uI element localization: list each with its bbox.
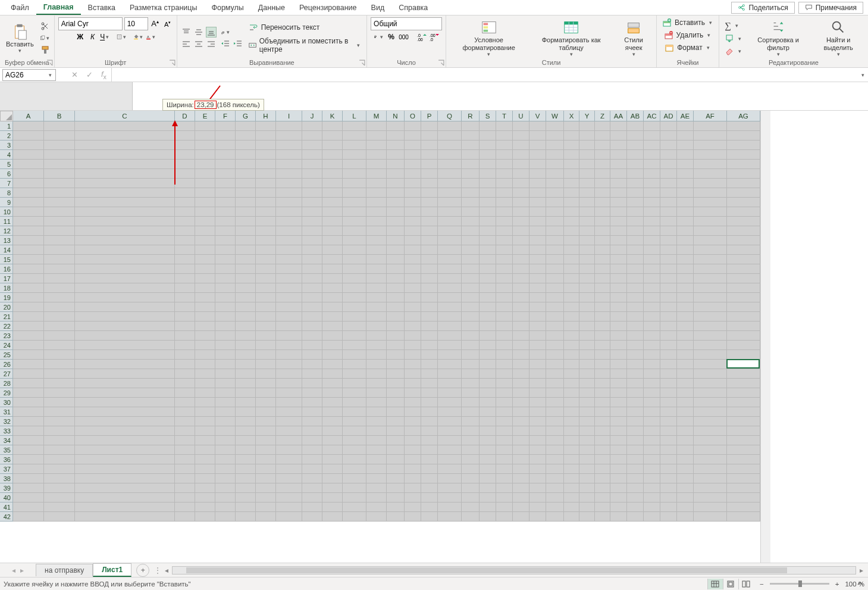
zoom-slider[interactable] [770, 583, 829, 585]
align-top-button[interactable] [181, 27, 192, 38]
active-cell[interactable] [726, 359, 760, 369]
row-header-36[interactable]: 36 [0, 455, 13, 464]
delete-cells-button[interactable]: Удалить▾ [662, 30, 714, 40]
increase-indent-button[interactable] [233, 39, 243, 49]
format-as-table-button[interactable]: Форматировать как таблицу▾ [531, 17, 611, 59]
row-header-38[interactable]: 38 [0, 474, 13, 483]
row-header-23[interactable]: 23 [0, 331, 13, 341]
row-header-9[interactable]: 9 [0, 198, 13, 207]
column-header-B[interactable]: B [44, 111, 75, 121]
horizontal-scrollbar[interactable] [172, 566, 856, 575]
row-header-37[interactable]: 37 [0, 464, 13, 474]
wrap-text-button[interactable]: Переносить текст [247, 22, 363, 33]
align-bottom-button[interactable] [206, 27, 217, 38]
row-header-25[interactable]: 25 [0, 350, 13, 360]
column-header-W[interactable]: W [546, 111, 564, 121]
decrease-font-button[interactable]: A▾ [162, 18, 173, 29]
share-button[interactable]: Поделиться [731, 2, 794, 14]
tab-review[interactable]: Рецензирование [292, 1, 364, 14]
fill-button[interactable]: ▾ [723, 33, 744, 44]
row-header-42[interactable]: 42 [0, 512, 13, 522]
formula-input[interactable] [112, 68, 858, 82]
column-header-M[interactable]: M [366, 111, 387, 121]
column-header-AB[interactable]: AB [627, 111, 644, 121]
column-header-T[interactable]: T [496, 111, 513, 121]
view-normal-button[interactable] [707, 579, 723, 589]
column-header-U[interactable]: U [513, 111, 529, 121]
vertical-scrollbar[interactable] [760, 111, 770, 563]
merge-center-button[interactable]: Объединить и поместить в центре▾ [247, 36, 363, 54]
conditional-formatting-button[interactable]: Условное форматирование▾ [450, 17, 528, 59]
row-header-40[interactable]: 40 [0, 493, 13, 502]
hscroll-left[interactable]: ◂ [165, 566, 168, 575]
name-box[interactable]: AG26 ▾ [2, 69, 56, 81]
expand-formula-bar-button[interactable]: ▾ [858, 72, 868, 78]
percent-format-button[interactable]: % [386, 32, 397, 42]
number-dialog-launcher[interactable] [438, 60, 444, 66]
row-header-12[interactable]: 12 [0, 226, 13, 236]
align-center-button[interactable] [193, 39, 204, 49]
row-header-27[interactable]: 27 [0, 369, 13, 379]
borders-button[interactable]: ▾ [117, 32, 127, 42]
row-header-18[interactable]: 18 [0, 283, 13, 293]
insert-function-button[interactable]: fx [101, 70, 106, 80]
paste-button[interactable]: Вставить▾ [4, 21, 36, 55]
column-header-Y[interactable]: Y [579, 111, 595, 121]
column-header-R[interactable]: R [462, 111, 480, 121]
column-header-AG[interactable]: AG [727, 111, 760, 121]
row-header-26[interactable]: 26 [0, 360, 13, 369]
column-header-F[interactable]: F [215, 111, 236, 121]
row-header-29[interactable]: 29 [0, 388, 13, 398]
row-header-21[interactable]: 21 [0, 312, 13, 321]
column-header-K[interactable]: K [322, 111, 343, 121]
row-header-31[interactable]: 31 [0, 407, 13, 417]
hscroll-right[interactable]: ▸ [860, 566, 863, 575]
row-header-22[interactable]: 22 [0, 321, 13, 331]
align-left-button[interactable] [181, 39, 192, 49]
row-header-5[interactable]: 5 [0, 160, 13, 169]
row-header-20[interactable]: 20 [0, 302, 13, 312]
column-header-L[interactable]: L [343, 111, 366, 121]
tab-page-layout[interactable]: Разметка страницы [123, 1, 204, 14]
sheet-nav-prev[interactable]: ◂ [12, 566, 15, 575]
row-header-33[interactable]: 33 [0, 426, 13, 436]
fill-color-button[interactable]: ▾ [133, 32, 144, 42]
tab-data[interactable]: Данные [251, 1, 292, 14]
orientation-button[interactable]: ab▾ [220, 27, 231, 38]
column-header-A[interactable]: A [13, 111, 44, 121]
tab-file[interactable]: Файл [4, 1, 36, 14]
row-header-39[interactable]: 39 [0, 483, 13, 493]
sheet-tab-1[interactable]: на отправку [36, 564, 93, 576]
row-header-34[interactable]: 34 [0, 436, 13, 445]
column-header-AE[interactable]: AE [677, 111, 694, 121]
increase-decimal-button[interactable]: .0.00 [416, 32, 427, 42]
column-header-AD[interactable]: AD [660, 111, 677, 121]
row-header-2[interactable]: 2 [0, 131, 13, 141]
clear-button[interactable]: ▾ [723, 46, 744, 57]
column-header-Z[interactable]: Z [595, 111, 610, 121]
comma-format-button[interactable]: 000 [399, 32, 409, 42]
column-header-X[interactable]: X [564, 111, 579, 121]
row-header-8[interactable]: 8 [0, 188, 13, 198]
bold-button[interactable]: Ж [75, 32, 86, 42]
font-name-select[interactable] [58, 17, 123, 30]
row-header-24[interactable]: 24 [0, 341, 13, 350]
alignment-dialog-launcher[interactable] [359, 60, 365, 66]
row-header-13[interactable]: 13 [0, 236, 13, 245]
row-header-16[interactable]: 16 [0, 264, 13, 274]
enter-formula-button[interactable]: ✓ [86, 70, 93, 79]
column-header-C[interactable]: C [75, 111, 175, 121]
font-color-button[interactable]: A▾ [146, 32, 156, 42]
tab-formulas[interactable]: Формулы [204, 1, 250, 14]
cell-area[interactable] [13, 121, 760, 522]
column-header-AA[interactable]: AA [610, 111, 627, 121]
underline-button[interactable]: Ч▾ [100, 32, 111, 42]
column-header-S[interactable]: S [480, 111, 496, 121]
row-header-4[interactable]: 4 [0, 150, 13, 160]
format-cells-button[interactable]: Формат▾ [663, 42, 713, 53]
accounting-format-button[interactable]: ₽▾ [374, 32, 384, 42]
insert-cells-button[interactable]: Вставить▾ [660, 17, 715, 28]
column-header-N[interactable]: N [387, 111, 405, 121]
cancel-formula-button[interactable]: ✕ [71, 70, 78, 79]
row-header-15[interactable]: 15 [0, 255, 13, 264]
